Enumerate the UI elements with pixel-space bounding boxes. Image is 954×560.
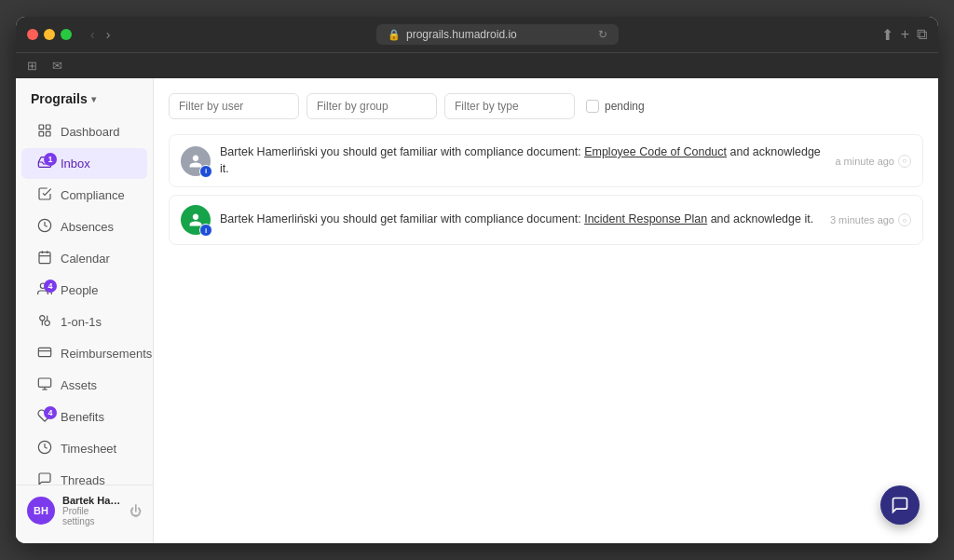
notif-text: Bartek Hamerliński you should get famili… (220, 212, 821, 228)
sidebar-label-people: People (61, 283, 98, 297)
notif-text: Bartek Hamerliński you should get famili… (220, 144, 825, 177)
1on1s-icon (36, 313, 53, 331)
app-container: Prograils ▾ Dashboard1InboxComplianceAbs… (16, 78, 938, 543)
time-icon: ○ (898, 155, 911, 168)
notification-list: i Bartek Hamerliński you should get fami… (169, 134, 923, 245)
user-name: Bartek Hamerli (62, 495, 122, 506)
sidebar-label-absences: Absences (61, 220, 114, 234)
user-info: Bartek Hamerli Profile settings (62, 495, 122, 526)
assets-icon (36, 376, 53, 394)
inbox-badge: 1 (44, 153, 57, 166)
sidebar-label-1on1s: 1-on-1s (61, 315, 102, 329)
sidebar-item-compliance[interactable]: Compliance (21, 180, 147, 211)
browser-window: ‹ › 🔒 prograils.humadroid.io ↻ ⬆ + ⧉ ⊞ ✉… (16, 17, 938, 543)
user-initials: BH (34, 505, 48, 516)
minimize-button[interactable] (44, 29, 55, 40)
svg-rect-16 (38, 378, 50, 387)
profile-settings-link[interactable]: Profile settings (62, 506, 122, 526)
copy-icon[interactable]: ⧉ (917, 26, 927, 43)
sidebar-nav: Dashboard1InboxComplianceAbsencesCalenda… (16, 116, 153, 485)
notif-badge: i (199, 165, 212, 178)
svg-rect-0 (39, 125, 44, 130)
benefits-badge: 4 (44, 406, 57, 419)
sidebar: Prograils ▾ Dashboard1InboxComplianceAbs… (16, 78, 154, 543)
notif-avatar-container: i (181, 146, 211, 176)
notif-badge: i (199, 224, 212, 237)
svg-rect-2 (39, 131, 44, 136)
lock-icon: 🔒 (388, 29, 401, 41)
notif-avatar-container: i (181, 205, 211, 235)
browser-actions: ⬆ + ⧉ (881, 26, 927, 44)
svg-rect-1 (46, 125, 50, 130)
sidebar-label-reimbursements: Reimbursements (61, 347, 152, 361)
back-button[interactable]: ‹ (87, 25, 99, 44)
filter-by-group-input[interactable] (307, 93, 437, 119)
sidebar-logo[interactable]: Prograils ▾ (16, 78, 153, 116)
sidebar-footer: BH Bartek Hamerli Profile settings ⏻ (16, 485, 153, 536)
svg-point-10 (40, 316, 45, 321)
nav-buttons: ‹ › (87, 25, 114, 44)
pending-label: pending (605, 100, 645, 113)
address-bar[interactable]: 🔒 prograils.humadroid.io ↻ (376, 24, 619, 45)
sidebar-item-reimbursements[interactable]: Reimbursements (21, 338, 147, 369)
new-tab-icon[interactable]: + (901, 26, 909, 43)
sidebar-label-dashboard: Dashboard (61, 125, 120, 139)
message-icon[interactable]: ✉ (52, 59, 62, 73)
url-text: prograils.humadroid.io (406, 28, 517, 41)
timesheet-icon (36, 440, 53, 458)
sidebar-label-assets: Assets (61, 378, 97, 392)
notification-item[interactable]: i Bartek Hamerliński you should get fami… (169, 195, 923, 245)
notif-time: a minute ago ○ (835, 155, 911, 168)
logo-chevron: ▾ (91, 94, 96, 104)
absences-icon (36, 218, 53, 236)
sidebar-label-benefits: Benefits (61, 410, 104, 424)
sidebar-item-assets[interactable]: Assets (21, 370, 147, 401)
notif-link[interactable]: Incident Response Plan (584, 212, 707, 225)
sidebar-label-compliance: Compliance (61, 188, 125, 202)
svg-rect-5 (39, 253, 50, 264)
pending-filter: pending (586, 100, 645, 113)
notification-item[interactable]: i Bartek Hamerliński you should get fami… (169, 134, 923, 187)
calendar-icon (36, 250, 53, 267)
sidebar-label-inbox: Inbox (61, 157, 90, 171)
address-bar-container: 🔒 prograils.humadroid.io ↻ (121, 24, 873, 45)
sidebar-label-threads: Threads (61, 473, 105, 485)
sidebar-item-timesheet[interactable]: Timesheet (21, 433, 147, 464)
time-text: 3 minutes ago (830, 214, 894, 225)
grid-icon[interactable]: ⊞ (27, 59, 37, 73)
compliance-icon (36, 186, 53, 204)
traffic-lights (27, 29, 72, 40)
filter-by-user-input[interactable] (169, 93, 299, 119)
dashboard-icon (36, 123, 53, 141)
sidebar-label-timesheet: Timesheet (61, 442, 116, 456)
close-button[interactable] (27, 29, 38, 40)
sidebar-item-1on1s[interactable]: 1-on-1s (21, 307, 147, 337)
threads-icon (36, 471, 53, 485)
share-icon[interactable]: ⬆ (881, 26, 893, 44)
browser-toolbar: ⊞ ✉ (16, 52, 938, 78)
time-text: a minute ago (835, 156, 894, 167)
sidebar-item-threads[interactable]: Threads (21, 465, 147, 485)
time-icon: ○ (898, 213, 911, 226)
notif-link[interactable]: Employee Code of Conduct (584, 145, 727, 158)
forward-button[interactable]: › (102, 25, 115, 44)
main-content: pending i Bartek Hamerliński you should … (154, 78, 938, 543)
reimbursements-icon (36, 345, 53, 362)
sidebar-item-dashboard[interactable]: Dashboard (21, 116, 147, 147)
sidebar-item-inbox[interactable]: 1Inbox (21, 148, 147, 179)
chat-fab[interactable] (880, 485, 920, 525)
sidebar-item-calendar[interactable]: Calendar (21, 243, 147, 274)
pending-checkbox[interactable] (586, 100, 599, 113)
maximize-button[interactable] (61, 29, 72, 40)
sidebar-item-absences[interactable]: Absences (21, 212, 147, 242)
logo-text: Prograils (31, 91, 88, 106)
svg-rect-3 (46, 131, 50, 136)
power-icon[interactable]: ⏻ (129, 504, 142, 518)
sidebar-label-calendar: Calendar (61, 252, 110, 266)
reload-icon[interactable]: ↻ (598, 28, 607, 41)
sidebar-item-people[interactable]: 4People (21, 275, 147, 306)
sidebar-item-benefits[interactable]: 4Benefits (21, 402, 147, 432)
svg-point-11 (45, 321, 49, 325)
filter-by-type-input[interactable] (444, 93, 575, 119)
svg-rect-14 (38, 348, 50, 356)
